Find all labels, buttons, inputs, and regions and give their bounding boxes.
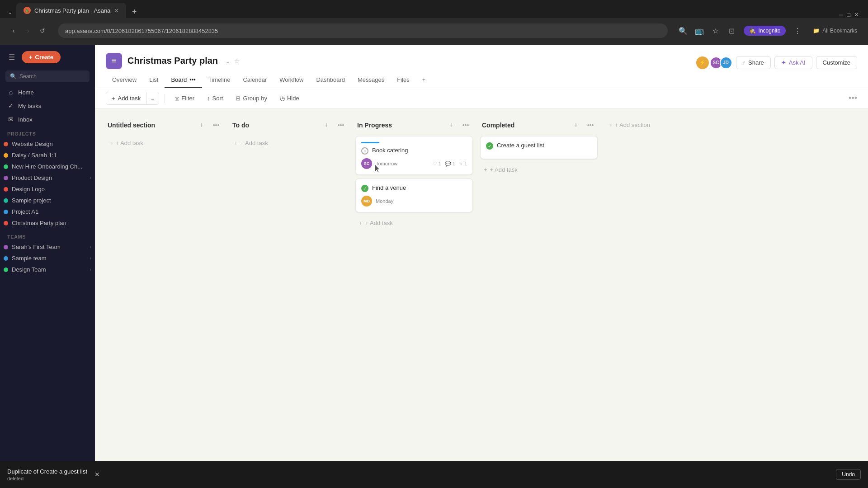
column-add-btn-in-progress[interactable]: +	[446, 120, 457, 131]
main-content: ≡ Christmas Party plan ⌄ ☆ ⚡ SC JD ↑ Sha…	[95, 45, 868, 488]
filter-btn[interactable]: ⧖ Filter	[170, 92, 199, 105]
tab-dashboard[interactable]: Dashboard	[310, 73, 351, 88]
sidebar-project-a1[interactable]: Project A1	[0, 206, 95, 217]
task-card-book-catering[interactable]: ✕ Book catering SC Tomorrow ♡ 1 💬	[355, 136, 473, 175]
sort-btn[interactable]: ↕ Sort	[203, 92, 227, 104]
cast-icon[interactable]: 📺	[693, 24, 706, 37]
extensions-btn[interactable]: ⋮	[791, 24, 804, 37]
task-check-cross[interactable]: ✕	[361, 147, 368, 155]
team-dot	[4, 256, 8, 261]
browser-tab[interactable]: 🎄 Christmas Party plan - Asana ✕	[16, 3, 126, 18]
chevron-right-icon: ›	[90, 256, 91, 261]
column-more-btn-todo[interactable]: •••	[335, 120, 346, 131]
snackbar-close-btn[interactable]: ✕	[94, 471, 100, 478]
column-more-btn-in-progress[interactable]: •••	[460, 120, 471, 131]
customize-btn[interactable]: Customize	[816, 56, 857, 69]
sidebar-item-inbox[interactable]: ✉ Inbox	[4, 113, 91, 126]
star-icon[interactable]: ☆	[234, 57, 240, 65]
tab-add[interactable]: +	[416, 73, 432, 88]
add-task-inline-untitled[interactable]: + + Add task	[106, 136, 223, 150]
tab-board-more[interactable]: •••	[189, 76, 196, 83]
sort-icon: ↕	[207, 95, 210, 102]
tab-board[interactable]: Board •••	[165, 73, 202, 88]
sidebar-project-sample[interactable]: Sample project	[0, 195, 95, 206]
sidebar-search[interactable]: 🔍 Search	[5, 70, 90, 82]
toolbar: + Add task ⌄ ⧖ Filter ↕ Sort ⊞ Group by …	[95, 88, 868, 109]
tab-list-label: List	[149, 76, 158, 83]
column-add-btn-untitled[interactable]: +	[196, 120, 207, 131]
new-tab-btn[interactable]: +	[128, 5, 141, 18]
task-check-completed-guest[interactable]: ✓	[486, 142, 493, 150]
hide-btn[interactable]: ◷ Hide	[275, 92, 304, 104]
bookmark-icon[interactable]: ☆	[709, 24, 722, 37]
task-subtasks: ⤷ 1	[459, 161, 467, 167]
share-btn[interactable]: ↑ Share	[736, 56, 771, 69]
dropdown-icon[interactable]: ⌄	[225, 57, 231, 65]
group-by-btn[interactable]: ⊞ Group by	[231, 92, 271, 104]
sidebar-item-home[interactable]: ⌂ Home	[4, 86, 91, 99]
sidebar-team-sarahs[interactable]: Sarah's First Team ›	[0, 241, 95, 253]
maximize-btn[interactable]: □	[847, 11, 850, 18]
tab-workflow[interactable]: Workflow	[273, 73, 310, 88]
create-btn[interactable]: + Create	[22, 51, 61, 63]
forward-btn[interactable]: ›	[22, 24, 34, 37]
minimize-btn[interactable]: ─	[839, 11, 843, 18]
toolbar-more-btn[interactable]: •••	[849, 94, 857, 103]
add-task-inline-completed[interactable]: + + Add task	[480, 163, 598, 177]
bookmarks-icon: 📁	[813, 28, 820, 34]
column-add-btn-completed[interactable]: +	[571, 120, 581, 131]
tab-close-btn[interactable]: ✕	[114, 7, 119, 14]
refresh-btn[interactable]: ↺	[36, 24, 49, 37]
teams-section-label: Teams	[0, 229, 95, 241]
app: ☰ + Create 🔍 Search ⌂ Home ✓ My tasks ✉	[0, 45, 868, 488]
sidebar-project-new-hire[interactable]: New Hire Onboarding Ch...	[0, 161, 95, 172]
tab-messages-label: Messages	[358, 76, 384, 83]
sidebar-team-design[interactable]: Design Team ›	[0, 264, 95, 275]
hide-icon: ◷	[280, 95, 285, 102]
sidebar-item-my-tasks[interactable]: ✓ My tasks	[4, 99, 91, 112]
tab-calendar[interactable]: Calendar	[236, 73, 273, 88]
add-task-inline-todo[interactable]: + + Add task	[231, 136, 348, 150]
add-task-btn[interactable]: + Add task	[106, 92, 146, 104]
back-btn[interactable]: ‹	[7, 24, 20, 37]
column-more-btn-completed[interactable]: •••	[585, 120, 596, 131]
task-card-find-venue[interactable]: ✓ Find a venue MB Monday	[355, 178, 473, 212]
task-check-completed-venue[interactable]: ✓	[361, 185, 368, 192]
tab-files[interactable]: Files	[391, 73, 415, 88]
close-btn[interactable]: ✕	[854, 11, 859, 18]
tab-list-btn[interactable]: ⌄	[4, 5, 16, 18]
cursor-pointer	[375, 164, 382, 174]
column-in-progress: In Progress + ••• ✕ Book catering SC Tom…	[355, 120, 473, 230]
bookmarks-bar: 📁 All Bookmarks	[809, 28, 861, 34]
sidebar-project-website-design[interactable]: Website Design	[0, 138, 95, 150]
incognito-label: Incognito	[759, 28, 781, 34]
sidebar-project-design-logo[interactable]: Design Logo	[0, 183, 95, 195]
sidebar-project-product-design[interactable]: Product Design ›	[0, 172, 95, 183]
add-task-inline-in-progress[interactable]: + + Add task	[355, 216, 473, 230]
profile-icon[interactable]: ⊡	[726, 24, 738, 37]
sidebar-project-christmas[interactable]: Christmas Party plan	[0, 217, 95, 229]
chevron-right-icon: ›	[90, 175, 91, 180]
tab-overview[interactable]: Overview	[106, 73, 143, 88]
address-bar[interactable]: app.asana.com/0/1206182861755067/1206182…	[58, 23, 668, 38]
undo-btn[interactable]: Undo	[836, 469, 861, 480]
add-task-dropdown-btn[interactable]: ⌄	[146, 92, 159, 104]
tab-messages[interactable]: Messages	[351, 73, 391, 88]
incognito-btn[interactable]: 🕵 Incognito	[744, 26, 786, 36]
sidebar-team-sample[interactable]: Sample team ›	[0, 253, 95, 264]
column-header-completed: Completed + •••	[480, 120, 598, 131]
search-icon[interactable]: 🔍	[677, 24, 689, 37]
sidebar-project-daisy-sarah[interactable]: Daisy / Sarah 1:1	[0, 150, 95, 161]
add-icon: +	[234, 140, 238, 146]
tab-list[interactable]: List	[143, 73, 165, 88]
sidebar-menu-btn[interactable]: ☰	[5, 51, 18, 63]
window-controls: ─ □ ✕	[834, 11, 864, 18]
task-card-guest-list[interactable]: ✓ Create a guest list	[480, 136, 598, 159]
snackbar-text: Duplicate of Create a guest list deleted	[7, 468, 87, 481]
column-add-btn-todo[interactable]: +	[321, 120, 332, 131]
column-more-btn-untitled[interactable]: •••	[211, 120, 222, 131]
ask-ai-btn[interactable]: ✦ Ask AI	[774, 56, 812, 69]
tab-timeline[interactable]: Timeline	[202, 73, 237, 88]
team-label: Sarah's First Team	[12, 244, 61, 250]
add-section-btn[interactable]: + + Add section	[605, 120, 654, 130]
